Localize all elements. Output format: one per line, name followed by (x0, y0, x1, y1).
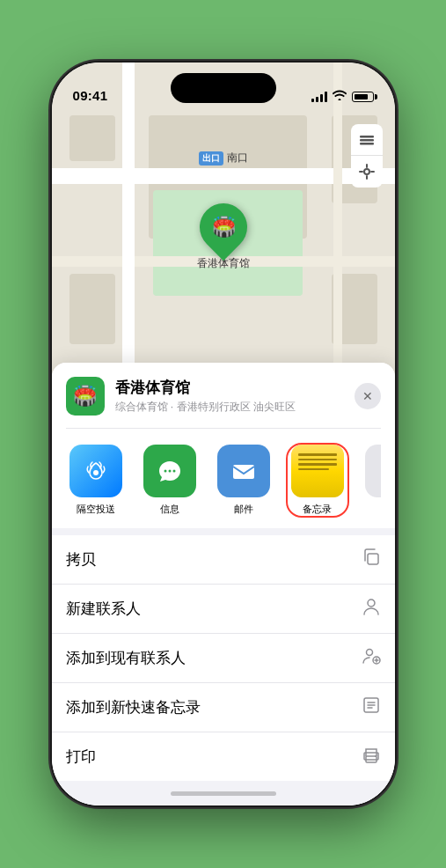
close-button[interactable]: ✕ (355, 383, 381, 409)
venue-header: 🏟️ 香港体育馆 综合体育馆 · 香港特别行政区 油尖旺区 ✕ (66, 377, 381, 429)
map-layers-button[interactable] (351, 124, 383, 156)
signal-bar-2 (316, 97, 318, 102)
svg-rect-0 (360, 136, 374, 138)
map-exit-label: 出口 南口 (199, 151, 248, 166)
action-add-note-label: 添加到新快速备忘录 (66, 697, 201, 717)
mail-icon (217, 445, 270, 497)
person-add-icon (362, 646, 381, 670)
exit-badge: 出口 (199, 151, 223, 166)
svg-rect-9 (368, 554, 378, 564)
venue-icon: 🏟️ (73, 385, 97, 408)
venue-info: 香港体育馆 综合体育馆 · 香港特别行政区 油尖旺区 (115, 378, 344, 415)
person-icon (362, 597, 381, 621)
close-icon: ✕ (362, 389, 373, 403)
svg-point-10 (368, 600, 375, 607)
svg-rect-2 (360, 143, 374, 145)
share-row: 隔空投送 信息 (66, 432, 381, 528)
bottom-sheet: 🏟️ 香港体育馆 综合体育馆 · 香港特别行政区 油尖旺区 ✕ (52, 363, 395, 805)
svg-point-5 (164, 470, 166, 473)
action-list: 拷贝 新建联系人 (52, 535, 395, 781)
action-add-contact-label: 添加到现有联系人 (66, 648, 186, 668)
messages-label: 信息 (160, 503, 179, 516)
home-indicator (171, 791, 276, 796)
battery-fill (355, 94, 368, 99)
map-location-button[interactable] (351, 156, 383, 188)
svg-rect-1 (360, 139, 374, 142)
action-print[interactable]: 打印 (52, 732, 395, 781)
pin-icon: 🏟️ (211, 216, 235, 239)
signal-bars-icon (311, 92, 327, 102)
mail-label: 邮件 (234, 503, 253, 516)
action-new-contact[interactable]: 新建联系人 (52, 585, 395, 634)
phone-screen: 09:41 (52, 63, 395, 805)
share-item-mail[interactable]: 邮件 (214, 445, 274, 516)
venue-name: 香港体育馆 (115, 378, 344, 398)
svg-rect-8 (233, 465, 254, 479)
notes-icon (291, 445, 344, 497)
svg-point-4 (93, 470, 99, 475)
map-controls (351, 124, 383, 188)
airdrop-icon (69, 445, 122, 497)
action-add-to-note[interactable]: 添加到新快速备忘录 (52, 683, 395, 732)
svg-point-3 (364, 169, 369, 174)
action-print-label: 打印 (66, 747, 96, 767)
share-item-airdrop[interactable]: 隔空投送 (66, 445, 126, 516)
wifi-icon (333, 90, 347, 103)
svg-point-6 (168, 470, 171, 473)
signal-bar-1 (311, 99, 314, 102)
home-indicator-area (52, 781, 395, 805)
share-item-notes[interactable]: 备忘录 (288, 445, 347, 516)
action-copy[interactable]: 拷贝 (52, 535, 395, 585)
venue-pin[interactable]: 🏟️ 香港体育馆 (197, 203, 250, 271)
dynamic-island (171, 73, 276, 103)
venue-subtitle: 综合体育馆 · 香港特别行政区 油尖旺区 (115, 400, 344, 415)
note-icon (362, 695, 381, 719)
airdrop-label: 隔空投送 (77, 503, 115, 516)
printer-icon (362, 745, 381, 769)
messages-icon (143, 445, 196, 497)
venue-card: 🏟️ 香港体育馆 综合体育馆 · 香港特别行政区 油尖旺区 ✕ (52, 363, 395, 528)
action-copy-label: 拷贝 (66, 549, 96, 570)
map-block-4 (69, 274, 115, 344)
pin-circle: 🏟️ (189, 194, 256, 261)
notes-label: 备忘录 (303, 503, 332, 516)
signal-bar-4 (325, 92, 327, 102)
share-item-more[interactable]: 推 (362, 445, 381, 516)
svg-point-11 (366, 650, 372, 656)
svg-point-16 (375, 755, 377, 757)
battery-icon (352, 92, 374, 102)
more-icon (365, 445, 381, 497)
map-block-3 (69, 115, 115, 161)
status-icons (311, 90, 374, 103)
phone-frame: 09:41 (52, 63, 395, 805)
map-road-h1 (52, 168, 395, 184)
venue-icon-wrapper: 🏟️ (66, 377, 105, 416)
exit-name: 南口 (227, 151, 248, 166)
copy-icon (362, 548, 381, 571)
signal-bar-3 (320, 94, 323, 102)
status-time: 09:41 (73, 88, 108, 103)
action-new-contact-label: 新建联系人 (66, 599, 141, 619)
share-item-messages[interactable]: 信息 (140, 445, 200, 516)
action-add-to-contact[interactable]: 添加到现有联系人 (52, 634, 395, 683)
svg-point-7 (172, 470, 175, 473)
